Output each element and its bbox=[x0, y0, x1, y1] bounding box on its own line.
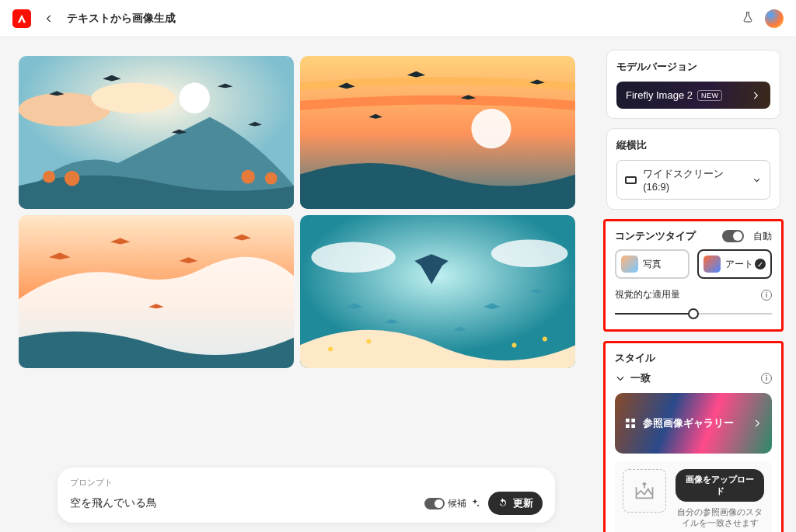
reference-gallery-button[interactable]: 参照画像ギャラリー bbox=[615, 393, 772, 454]
style-heading: スタイル bbox=[615, 351, 772, 365]
toggle-icon bbox=[424, 498, 445, 509]
generate-button[interactable]: 更新 bbox=[488, 492, 543, 515]
svg-point-13 bbox=[491, 240, 568, 267]
chevron-down-icon bbox=[752, 175, 762, 186]
svg-point-16 bbox=[512, 342, 517, 347]
upload-area: 画像をアップロード 自分の参照画像のスタイルを一致させます bbox=[615, 461, 772, 532]
art-thumb-icon bbox=[703, 256, 721, 273]
svg-point-15 bbox=[366, 339, 371, 344]
settings-sidebar: モデルバージョン Firefly Image 2 NEW 縦横比 ワイドスクリー… bbox=[600, 37, 796, 532]
chevron-right-icon bbox=[750, 90, 761, 101]
user-avatar[interactable] bbox=[765, 9, 784, 28]
style-match-toggle[interactable]: 一致 i bbox=[615, 371, 772, 385]
svg-point-5 bbox=[65, 171, 80, 186]
content-type-photo[interactable]: 写真 bbox=[615, 249, 690, 279]
auto-toggle[interactable] bbox=[722, 230, 744, 242]
chevron-right-icon bbox=[752, 418, 763, 429]
photo-thumb-icon bbox=[621, 256, 638, 273]
svg-rect-21 bbox=[631, 424, 635, 428]
adobe-logo bbox=[12, 9, 31, 28]
svg-point-14 bbox=[328, 346, 333, 351]
intensity-label: 視覚的な適用量 bbox=[615, 288, 680, 301]
content-type-card: 9 コンテンツタイプ 自動 写真 アート 視覚的な適用量 bbox=[603, 219, 784, 332]
sparkle-icon bbox=[470, 498, 480, 509]
svg-point-12 bbox=[311, 242, 395, 272]
svg-point-4 bbox=[43, 171, 55, 183]
svg-rect-18 bbox=[626, 419, 630, 422]
upload-hint: 自分の参照画像のスタイルを一致させます bbox=[676, 506, 764, 528]
result-tile[interactable] bbox=[300, 56, 575, 209]
svg-point-3 bbox=[180, 82, 210, 113]
svg-point-6 bbox=[241, 170, 255, 184]
model-selector[interactable]: Firefly Image 2 NEW bbox=[616, 82, 770, 109]
suggestions-toggle[interactable]: 候補 bbox=[424, 497, 480, 510]
svg-point-2 bbox=[91, 82, 175, 113]
experiments-icon[interactable] bbox=[742, 11, 754, 26]
image-grid bbox=[19, 56, 575, 368]
prompt-label: プロンプト bbox=[70, 477, 543, 489]
svg-point-7 bbox=[265, 172, 278, 185]
back-button[interactable] bbox=[42, 12, 56, 26]
content-type-heading: コンテンツタイプ bbox=[615, 229, 696, 243]
aspect-ratio-card: 縦横比 ワイドスクリーン (16:9) bbox=[606, 128, 780, 210]
style-card: 10 スタイル 一致 i 参照画像ギャラリー 画像をアップロード 自分の参照画像… bbox=[603, 341, 784, 532]
chevron-down-icon bbox=[615, 373, 626, 384]
content-type-art[interactable]: アート bbox=[697, 249, 772, 279]
svg-rect-19 bbox=[631, 419, 635, 422]
grid-icon bbox=[624, 417, 637, 429]
result-tile[interactable] bbox=[19, 56, 294, 209]
image-upload-icon bbox=[634, 480, 655, 502]
aspect-selector[interactable]: ワイドスクリーン (16:9) bbox=[616, 160, 770, 200]
model-version-heading: モデルバージョン bbox=[616, 60, 770, 74]
widescreen-icon bbox=[625, 176, 637, 184]
svg-point-17 bbox=[543, 337, 547, 342]
upload-button[interactable]: 画像をアップロード bbox=[676, 469, 764, 502]
model-version-card: モデルバージョン Firefly Image 2 NEW bbox=[606, 50, 780, 119]
results-area: プロンプト 空を飛んでいる鳥 候補 更新 bbox=[0, 37, 600, 532]
aspect-heading: 縦横比 bbox=[616, 138, 770, 152]
info-icon[interactable]: i bbox=[761, 373, 772, 384]
prompt-bar: プロンプト 空を飛んでいる鳥 候補 更新 bbox=[58, 468, 555, 523]
page-title: テキストから画像生成 bbox=[67, 12, 176, 26]
prompt-input[interactable]: 空を飛んでいる鳥 bbox=[70, 496, 157, 510]
new-badge: NEW bbox=[697, 90, 723, 101]
refresh-icon bbox=[498, 498, 508, 509]
svg-rect-20 bbox=[626, 424, 630, 428]
app-header: テキストから画像生成 bbox=[0, 0, 796, 37]
result-tile[interactable] bbox=[300, 215, 575, 368]
intensity-slider[interactable] bbox=[615, 308, 772, 320]
svg-point-9 bbox=[471, 109, 511, 148]
info-icon[interactable]: i bbox=[761, 290, 772, 301]
result-tile[interactable] bbox=[19, 215, 294, 368]
upload-dropzone[interactable] bbox=[623, 469, 666, 513]
